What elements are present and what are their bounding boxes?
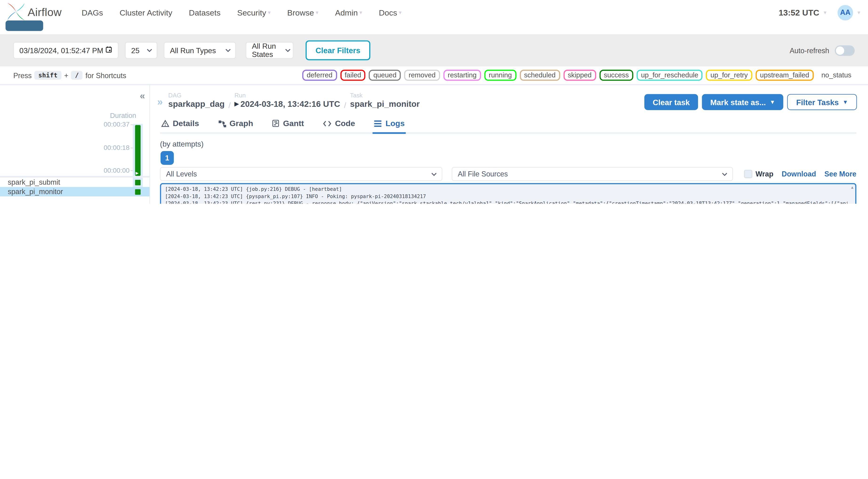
state-badge[interactable]: deferred	[302, 70, 337, 81]
nav-item-browse[interactable]: Browse▾	[287, 8, 318, 17]
run-types-select[interactable]: All Run Types	[164, 42, 236, 59]
page-size-select[interactable]: 25	[125, 42, 157, 59]
nav-item-security[interactable]: Security▾	[237, 8, 271, 17]
duration-tick: 00:00:00	[103, 166, 129, 174]
log-toolbar: All Levels All File Sources Wrap Downloa…	[160, 167, 857, 181]
state-badge[interactable]: up_for_reschedule	[637, 70, 703, 81]
state-badge[interactable]: up_for_retry	[706, 70, 752, 81]
download-link[interactable]: Download	[782, 170, 816, 178]
breadcrumb-separator: /	[228, 101, 231, 109]
chevron-down-icon: ▼	[770, 99, 775, 105]
scroll-up-arrow-icon[interactable]: ▲	[850, 185, 854, 189]
breadcrumb: » DAG sparkapp_dag / Run ▶2024-03-18, 13…	[157, 92, 420, 109]
wrap-label: Wrap	[755, 170, 773, 178]
chevron-down-icon: ▾	[399, 9, 402, 15]
run-states-select[interactable]: All Run States	[246, 42, 293, 59]
tab-logs[interactable]: Logs	[373, 117, 406, 134]
log-level-select[interactable]: All Levels	[160, 167, 442, 181]
navbar-right: 13:52 UTC ▾ AA ▾	[779, 5, 860, 20]
airflow-app: Airflow DAGs Cluster Activity Datasets S…	[0, 0, 868, 204]
state-badge[interactable]: restarting	[443, 70, 481, 81]
state-badge[interactable]: failed	[340, 70, 366, 81]
breadcrumb-task[interactable]: Task spark_pi_monitor	[350, 92, 420, 108]
tab-gantt[interactable]: Gantt	[271, 117, 305, 134]
clear-filters-button[interactable]: Clear Filters	[306, 40, 370, 60]
log-line: [2024-03-18, 13:42:23 UTC] {rest.py:231}…	[165, 200, 847, 204]
nav-item-dags[interactable]: DAGs	[82, 8, 103, 17]
chevron-down-icon	[722, 172, 727, 175]
chevron-down-icon	[285, 49, 291, 52]
run-date-value: 03/18/2024, 01:52:47 PM	[19, 46, 103, 54]
task-actions: Clear task Mark state as...▼ Filter Task…	[644, 94, 857, 110]
chevron-down-icon[interactable]: ▾	[858, 9, 860, 15]
chevron-down-icon: ▾	[360, 9, 362, 15]
warning-triangle-icon	[161, 119, 169, 128]
state-badge[interactable]: success	[599, 70, 633, 81]
task-row-spark-pi-submit[interactable]: spark_pi_submit	[0, 178, 150, 187]
auto-refresh-toggle[interactable]	[835, 45, 855, 56]
tab-graph[interactable]: Graph	[217, 117, 254, 134]
state-badge[interactable]: skipped	[563, 70, 596, 81]
avatar[interactable]: AA	[838, 5, 853, 20]
state-badge[interactable]: removed	[404, 70, 440, 81]
task-row-spark-pi-monitor[interactable]: spark_pi_monitor	[0, 187, 150, 196]
duration-tick: 00:00:37	[103, 121, 129, 128]
log-source-select[interactable]: All File Sources	[452, 167, 733, 181]
breadcrumb-separator: /	[344, 101, 346, 109]
success-state-square[interactable]	[135, 180, 141, 185]
task-state-cell	[133, 187, 143, 196]
chevron-down-icon[interactable]: ▾	[824, 9, 827, 15]
navbar: Airflow DAGs Cluster Activity Datasets S…	[0, 0, 868, 25]
nav-item-admin[interactable]: Admin▾	[335, 8, 362, 17]
success-state-square[interactable]	[135, 189, 141, 195]
nav-menu: DAGs Cluster Activity Datasets Security▾…	[82, 8, 402, 17]
wrap-checkbox[interactable]	[744, 170, 752, 178]
utc-clock[interactable]: 13:52 UTC	[779, 8, 819, 17]
chevron-down-icon	[147, 49, 152, 52]
state-badge[interactable]: running	[484, 70, 516, 81]
attempt-1-button[interactable]: 1	[160, 151, 174, 165]
airflow-brand[interactable]: Airflow	[7, 2, 62, 23]
task-detail-panel: » DAG sparkapp_dag / Run ▶2024-03-18, 13…	[150, 85, 868, 204]
breadcrumb-dag[interactable]: DAG sparkapp_dag	[168, 92, 225, 108]
scrolled-button-fragment	[6, 21, 43, 31]
filter-tasks-button[interactable]: Filter Tasks▼	[787, 94, 857, 110]
grid-sidebar: « Duration 00:00:37 00:00:18 00:00:00 ▶ …	[0, 85, 150, 204]
run-play-icon: ▶	[235, 101, 239, 107]
state-badge[interactable]: scheduled	[520, 70, 560, 81]
logs-list-icon	[374, 120, 382, 127]
state-badge[interactable]: upstream_failed	[755, 70, 814, 81]
run-date-input[interactable]: 03/18/2024, 01:52:47 PM	[13, 42, 118, 59]
chevron-down-icon: ▼	[843, 99, 848, 105]
shortcut-hint: Press shift + / for Shortcuts	[13, 71, 126, 80]
calendar-icon[interactable]	[105, 46, 113, 55]
double-chevron-right-icon[interactable]: »	[157, 96, 163, 108]
nav-item-cluster-activity[interactable]: Cluster Activity	[120, 8, 172, 17]
slash-key: /	[71, 71, 83, 80]
chevron-down-icon	[431, 172, 437, 175]
filter-bar: 03/18/2024, 01:52:47 PM 25 All Run Types…	[0, 34, 868, 66]
see-more-link[interactable]: See More	[825, 170, 857, 178]
tab-code[interactable]: Code	[321, 117, 356, 134]
log-lines: [2024-03-18, 13:42:23 UTC] {job.py:216} …	[165, 186, 847, 204]
graph-icon	[218, 119, 226, 128]
breadcrumb-run[interactable]: Run ▶2024-03-18, 13:42:16 UTC	[235, 92, 340, 108]
duration-bar[interactable]: ▶	[135, 125, 141, 176]
state-badge[interactable]: no_status	[817, 70, 856, 81]
auto-refresh-control: Auto-refresh	[789, 45, 855, 56]
tab-details[interactable]: Details	[160, 117, 200, 134]
duration-axis-label: Duration	[110, 112, 136, 120]
log-toolbar-right: Wrap Download See More	[744, 170, 857, 178]
nav-item-datasets[interactable]: Datasets	[189, 8, 221, 17]
gantt-chart-icon	[272, 120, 280, 127]
state-badge[interactable]: queued	[369, 70, 401, 81]
clear-task-button[interactable]: Clear task	[644, 94, 698, 110]
task-name[interactable]: spark_pi_monitor	[8, 188, 63, 196]
mark-state-as-button[interactable]: Mark state as...▼	[702, 94, 783, 110]
nav-item-docs[interactable]: Docs▾	[379, 8, 402, 17]
log-panel[interactable]: [2024-03-18, 13:42:23 UTC] {job.py:216} …	[160, 183, 857, 204]
auto-refresh-label: Auto-refresh	[789, 46, 829, 54]
task-name[interactable]: spark_pi_submit	[8, 178, 60, 186]
collapse-sidebar-icon[interactable]: «	[140, 91, 145, 102]
wrap-control[interactable]: Wrap	[744, 170, 773, 178]
